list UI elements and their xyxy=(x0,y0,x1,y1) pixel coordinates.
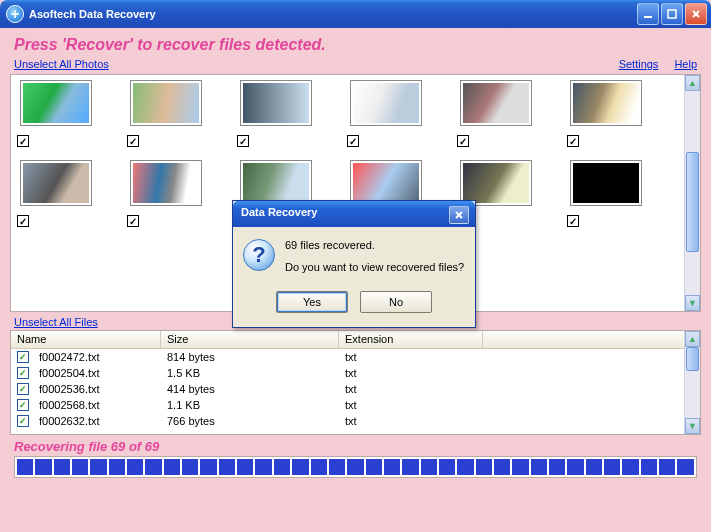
dialog-title: Data Recovery xyxy=(241,206,317,218)
yes-button[interactable]: Yes xyxy=(276,291,348,313)
close-icon xyxy=(691,9,701,19)
cell-ext: txt xyxy=(339,415,363,427)
settings-link[interactable]: Settings xyxy=(619,58,659,70)
thumbnail[interactable]: ✓ xyxy=(131,161,201,227)
unselect-files-link[interactable]: Unselect All Files xyxy=(14,316,98,328)
cell-size: 814 bytes xyxy=(161,351,339,363)
checkbox[interactable]: ✓ xyxy=(567,135,579,147)
checkbox[interactable]: ✓ xyxy=(127,135,139,147)
question-icon: ? xyxy=(243,239,275,271)
checkbox[interactable]: ✓ xyxy=(17,135,29,147)
table-row[interactable]: ✓ f0002472.txt 814 bytes txt xyxy=(11,349,684,365)
status-text: Recovering file 69 of 69 xyxy=(10,435,701,456)
table-row[interactable]: ✓ f0002504.txt 1.5 KB txt xyxy=(11,365,684,381)
table-row[interactable]: ✓ f0002632.txt 766 bytes txt xyxy=(11,413,684,429)
thumbnail[interactable]: ✓ xyxy=(461,81,531,147)
checkbox[interactable]: ✓ xyxy=(17,383,29,395)
minimize-icon xyxy=(643,9,653,19)
help-link[interactable]: Help xyxy=(674,58,697,70)
app-icon: + xyxy=(6,5,24,23)
cell-ext: txt xyxy=(339,367,363,379)
cell-name: f0002472.txt xyxy=(33,351,161,363)
cell-ext: txt xyxy=(339,351,363,363)
scrollbar[interactable]: ▲ ▼ xyxy=(684,75,700,311)
cell-size: 1.5 KB xyxy=(161,367,339,379)
thumbnail[interactable]: ✓ xyxy=(571,81,641,147)
cell-ext: txt xyxy=(339,383,363,395)
cell-name: f0002568.txt xyxy=(33,399,161,411)
column-name[interactable]: Name xyxy=(11,331,161,348)
checkbox[interactable]: ✓ xyxy=(567,215,579,227)
thumbnail[interactable]: ✓ xyxy=(351,81,421,147)
column-size[interactable]: Size xyxy=(161,331,339,348)
cell-size: 414 bytes xyxy=(161,383,339,395)
checkbox[interactable]: ✓ xyxy=(17,351,29,363)
dialog: Data Recovery ? 69 files recovered. Do y… xyxy=(232,200,476,328)
minimize-button[interactable] xyxy=(637,3,659,25)
scroll-thumb[interactable] xyxy=(686,347,699,371)
checkbox[interactable]: ✓ xyxy=(17,367,29,379)
scrollbar[interactable]: ▲ ▼ xyxy=(684,331,700,434)
checkbox[interactable]: ✓ xyxy=(127,215,139,227)
file-table: Name Size Extension ✓ f0002472.txt 814 b… xyxy=(10,330,701,435)
dialog-message-1: 69 files recovered. xyxy=(285,239,464,251)
cell-name: f0002504.txt xyxy=(33,367,161,379)
progress-bar xyxy=(14,456,697,478)
cell-size: 1.1 KB xyxy=(161,399,339,411)
window-title: Asoftech Data Recovery xyxy=(29,8,635,20)
dialog-titlebar[interactable]: Data Recovery xyxy=(233,201,475,227)
cell-size: 766 bytes xyxy=(161,415,339,427)
table-row[interactable]: ✓ f0002568.txt 1.1 KB txt xyxy=(11,397,684,413)
column-empty xyxy=(483,331,700,348)
dialog-message-2: Do you want to view recovered files? xyxy=(285,261,464,273)
titlebar[interactable]: + Asoftech Data Recovery xyxy=(0,0,711,28)
thumbnail[interactable]: ✓ xyxy=(21,81,91,147)
table-row[interactable]: ✓ f0002536.txt 414 bytes txt xyxy=(11,381,684,397)
scroll-up-icon[interactable]: ▲ xyxy=(685,331,700,347)
checkbox[interactable]: ✓ xyxy=(347,135,359,147)
no-button[interactable]: No xyxy=(360,291,432,313)
checkbox[interactable]: ✓ xyxy=(17,415,29,427)
dialog-close-button[interactable] xyxy=(449,206,469,224)
cell-name: f0002536.txt xyxy=(33,383,161,395)
checkbox[interactable]: ✓ xyxy=(17,399,29,411)
cell-name: f0002632.txt xyxy=(33,415,161,427)
svg-rect-1 xyxy=(668,10,676,18)
thumbnail[interactable]: ✓ xyxy=(571,161,641,227)
unselect-photos-link[interactable]: Unselect All Photos xyxy=(14,58,109,70)
scroll-down-icon[interactable]: ▼ xyxy=(685,418,700,434)
cell-ext: txt xyxy=(339,399,363,411)
hint-text: Press 'Recover' to recover files detecte… xyxy=(14,36,701,54)
checkbox[interactable]: ✓ xyxy=(17,215,29,227)
checkbox[interactable]: ✓ xyxy=(237,135,249,147)
thumbnail[interactable]: ✓ xyxy=(241,81,311,147)
maximize-button[interactable] xyxy=(661,3,683,25)
close-icon xyxy=(454,210,464,220)
svg-rect-0 xyxy=(644,16,652,18)
table-header: Name Size Extension xyxy=(11,331,700,349)
scroll-thumb[interactable] xyxy=(686,152,699,252)
thumbnail[interactable]: ✓ xyxy=(21,161,91,227)
thumbnail[interactable]: ✓ xyxy=(131,81,201,147)
scroll-down-icon[interactable]: ▼ xyxy=(685,295,700,311)
maximize-icon xyxy=(667,9,677,19)
scroll-up-icon[interactable]: ▲ xyxy=(685,75,700,91)
checkbox[interactable]: ✓ xyxy=(457,135,469,147)
close-button[interactable] xyxy=(685,3,707,25)
column-extension[interactable]: Extension xyxy=(339,331,483,348)
